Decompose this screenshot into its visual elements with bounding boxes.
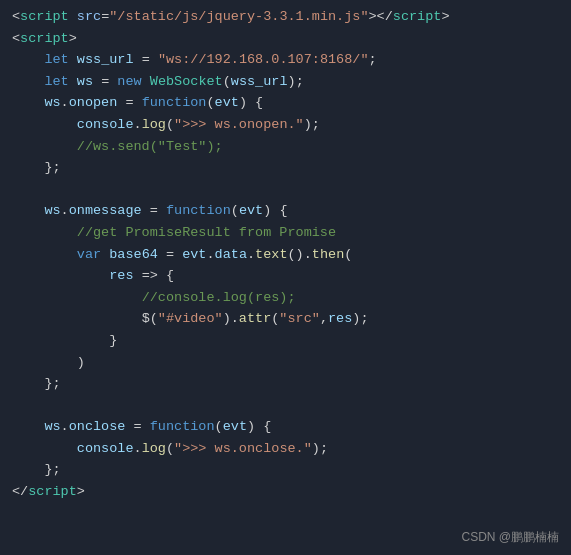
code-token: )	[77, 352, 85, 374]
code-token	[134, 49, 142, 71]
code-token	[12, 373, 44, 395]
code-token: evt	[182, 244, 206, 266]
code-token: );	[304, 114, 320, 136]
code-token	[247, 92, 255, 114]
code-token	[174, 244, 182, 266]
code-token	[12, 114, 77, 136]
code-token: .	[61, 416, 69, 438]
code-token	[93, 71, 101, 93]
code-token: var	[77, 244, 101, 266]
code-token: ;	[369, 49, 377, 71]
code-token	[142, 71, 150, 93]
code-token: );	[352, 308, 368, 330]
code-token	[271, 200, 279, 222]
code-token: res	[328, 308, 352, 330]
code-token	[117, 92, 125, 114]
code-token	[150, 49, 158, 71]
code-token: </	[377, 6, 393, 28]
code-line: console.log(">>> ws.onopen.");	[0, 114, 571, 136]
code-token: {	[279, 200, 287, 222]
code-token: "#video"	[158, 308, 223, 330]
code-token: <	[12, 28, 20, 50]
code-token: =>	[142, 265, 158, 287]
code-token	[101, 244, 109, 266]
code-token: };	[44, 157, 60, 179]
code-token	[12, 49, 44, 71]
code-token: >	[441, 6, 449, 28]
code-token: =	[125, 92, 133, 114]
code-token: ws	[77, 71, 93, 93]
code-token	[69, 71, 77, 93]
code-token: .	[206, 244, 214, 266]
code-token: res	[109, 265, 133, 287]
code-token: evt	[223, 416, 247, 438]
code-token	[12, 459, 44, 481]
code-token: {	[263, 416, 271, 438]
code-token: function	[142, 92, 207, 114]
watermark: CSDN @鹏鹏楠楠	[461, 528, 559, 547]
code-token: text	[255, 244, 287, 266]
code-line: };	[0, 373, 571, 395]
code-token: {	[166, 265, 174, 287]
code-token: ).	[223, 308, 239, 330]
code-token: =	[150, 200, 158, 222]
code-token	[12, 136, 77, 158]
code-line: let ws = new WebSocket(wss_url);	[0, 71, 571, 93]
code-token: onclose	[69, 416, 126, 438]
code-token	[109, 71, 117, 93]
code-token: wss_url	[77, 49, 134, 71]
code-token	[12, 416, 44, 438]
code-token: </	[12, 481, 28, 503]
code-token	[125, 416, 133, 438]
code-token: evt	[239, 200, 263, 222]
code-line: <script src="/static/js/jquery-3.3.1.min…	[0, 6, 571, 28]
code-token: =	[166, 244, 174, 266]
code-token	[69, 6, 77, 28]
code-line: //get PromiseResult from Promise	[0, 222, 571, 244]
code-token: $(	[142, 308, 158, 330]
code-line: ws.onclose = function(evt) {	[0, 416, 571, 438]
code-token	[12, 352, 77, 374]
code-token	[12, 438, 77, 460]
code-token	[12, 200, 44, 222]
code-line: res => {	[0, 265, 571, 287]
code-token: ws	[44, 416, 60, 438]
code-token	[12, 330, 109, 352]
code-token: script	[28, 481, 77, 503]
code-token: "src"	[279, 308, 320, 330]
code-token: (	[271, 308, 279, 330]
code-token: =	[101, 71, 109, 93]
code-line: };	[0, 157, 571, 179]
code-token	[158, 200, 166, 222]
code-token: function	[166, 200, 231, 222]
code-token	[12, 308, 142, 330]
code-token: (	[166, 114, 174, 136]
code-token: >	[369, 6, 377, 28]
code-token	[134, 265, 142, 287]
code-line: let wss_url = "ws://192.168.0.107:8168/"…	[0, 49, 571, 71]
code-token: let	[44, 71, 68, 93]
code-line: var base64 = evt.data.text().then(	[0, 244, 571, 266]
code-token	[158, 244, 166, 266]
code-line: ws.onopen = function(evt) {	[0, 92, 571, 114]
code-block: <script src="/static/js/jquery-3.3.1.min…	[0, 0, 571, 555]
code-token: (	[215, 416, 223, 438]
code-token: (	[344, 244, 352, 266]
code-token	[12, 287, 142, 309]
code-line: };	[0, 459, 571, 481]
code-token: console	[77, 438, 134, 460]
code-token: <	[12, 6, 20, 28]
code-token: )	[263, 200, 271, 222]
code-token: "ws://192.168.0.107:8168/"	[158, 49, 369, 71]
code-line: }	[0, 330, 571, 352]
code-token	[158, 265, 166, 287]
code-token: );	[288, 71, 304, 93]
code-token: =	[134, 416, 142, 438]
code-token: ws	[44, 200, 60, 222]
code-token: ws	[44, 92, 60, 114]
code-token: (	[206, 92, 214, 114]
code-token: log	[142, 114, 166, 136]
code-token: };	[44, 459, 60, 481]
code-token: WebSocket	[150, 71, 223, 93]
code-token: =	[101, 6, 109, 28]
